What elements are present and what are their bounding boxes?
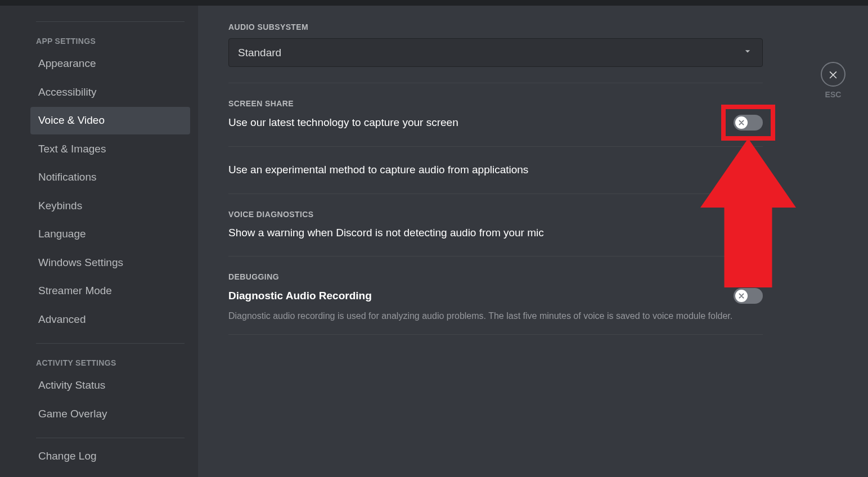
divider — [228, 146, 763, 147]
debugging-header: DEBUGGING — [228, 272, 812, 281]
esc-label: ESC — [821, 90, 845, 99]
sidebar-item-change-log[interactable]: Change Log — [30, 443, 190, 470]
toggle-diagnostic-recording[interactable] — [734, 288, 763, 304]
screen-share-header: SCREEN SHARE — [228, 99, 812, 108]
chevron-down-icon — [742, 46, 753, 60]
toggle-knob — [735, 290, 748, 302]
setting-latest-capture-label: Use our latest technology to capture you… — [228, 115, 458, 130]
toggle-latest-capture[interactable] — [734, 115, 763, 130]
audio-subsystem-header: AUDIO SUBSYSTEM — [228, 22, 812, 32]
sidebar-item-advanced[interactable]: Advanced — [30, 306, 190, 334]
sidebar-item-accessibility[interactable]: Accessibility — [30, 79, 190, 106]
setting-experimental-audio-label: Use an experimental method to capture au… — [228, 163, 528, 178]
settings-layer: APP SETTINGS Appearance Accessibility Vo… — [0, 6, 868, 477]
setting-mic-warning-label: Show a warning when Discord is not detec… — [228, 226, 544, 241]
setting-experimental-audio: Use an experimental method to capture au… — [228, 163, 763, 178]
title-bar — [0, 0, 868, 6]
sidebar-item-language[interactable]: Language — [30, 220, 190, 248]
divider — [228, 256, 763, 256]
audio-subsystem-value: Standard — [238, 47, 281, 59]
audio-subsystem-select[interactable]: Standard — [228, 38, 763, 67]
settings-sidebar: APP SETTINGS Appearance Accessibility Vo… — [0, 6, 198, 477]
close-icon — [821, 62, 845, 87]
divider — [228, 334, 763, 335]
setting-diagnostic-recording: Diagnostic Audio Recording — [228, 288, 763, 304]
setting-diagnostic-recording-desc: Diagnostic audio recording is used for a… — [228, 309, 763, 323]
close-settings-button[interactable]: ESC — [821, 62, 845, 99]
sidebar-item-streamer-mode[interactable]: Streamer Mode — [30, 277, 190, 305]
sidebar-item-windows-settings[interactable]: Windows Settings — [30, 249, 190, 277]
section-voice-diagnostics: VOICE DIAGNOSTICS Show a warning when Di… — [228, 210, 812, 241]
settings-content: ESC AUDIO SUBSYSTEM Standard SCREEN SHAR… — [198, 6, 868, 477]
section-debugging: DEBUGGING Diagnostic Audio Recording Dia… — [228, 272, 812, 323]
sidebar-item-text-images[interactable]: Text & Images — [30, 136, 190, 163]
setting-latest-capture: Use our latest technology to capture you… — [228, 115, 763, 130]
sidebar-item-game-overlay[interactable]: Game Overlay — [30, 400, 190, 428]
sidebar-item-notifications[interactable]: Notifications — [30, 164, 190, 191]
toggle-knob — [735, 116, 748, 129]
divider — [36, 343, 185, 344]
section-screen-share: SCREEN SHARE Use our latest technology t… — [228, 99, 812, 178]
voice-diagnostics-header: VOICE DIAGNOSTICS — [228, 210, 812, 219]
setting-mic-warning: Show a warning when Discord is not detec… — [228, 226, 763, 241]
divider — [36, 438, 185, 438]
divider — [228, 194, 763, 194]
divider — [228, 83, 763, 83]
setting-diagnostic-recording-title: Diagnostic Audio Recording — [228, 289, 372, 304]
sidebar-item-activity-status[interactable]: Activity Status — [30, 372, 190, 399]
sidebar-item-voice-video[interactable]: Voice & Video — [30, 107, 190, 134]
sidebar-header-app-settings: APP SETTINGS — [30, 26, 190, 49]
sidebar-header-activity-settings: ACTIVITY SETTINGS — [30, 348, 190, 371]
sidebar-item-appearance[interactable]: Appearance — [30, 50, 190, 78]
section-audio-subsystem: AUDIO SUBSYSTEM Standard — [228, 22, 812, 67]
sidebar-item-keybinds[interactable]: Keybinds — [30, 192, 190, 220]
divider — [36, 21, 185, 22]
